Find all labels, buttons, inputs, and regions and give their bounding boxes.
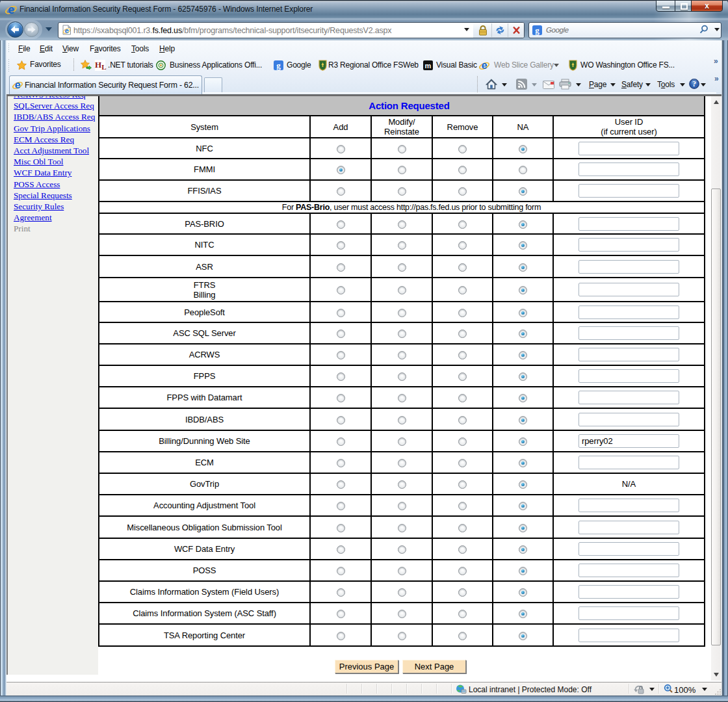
svg-text:?: ? [692, 79, 696, 88]
svg-text:e: e [65, 27, 69, 34]
svg-text:m: m [425, 62, 432, 70]
svg-text:e: e [8, 3, 14, 16]
svg-text:e: e [482, 60, 488, 71]
svg-text:g: g [276, 60, 281, 70]
svg-text:g: g [535, 25, 540, 35]
svg-text:e: e [15, 79, 21, 90]
